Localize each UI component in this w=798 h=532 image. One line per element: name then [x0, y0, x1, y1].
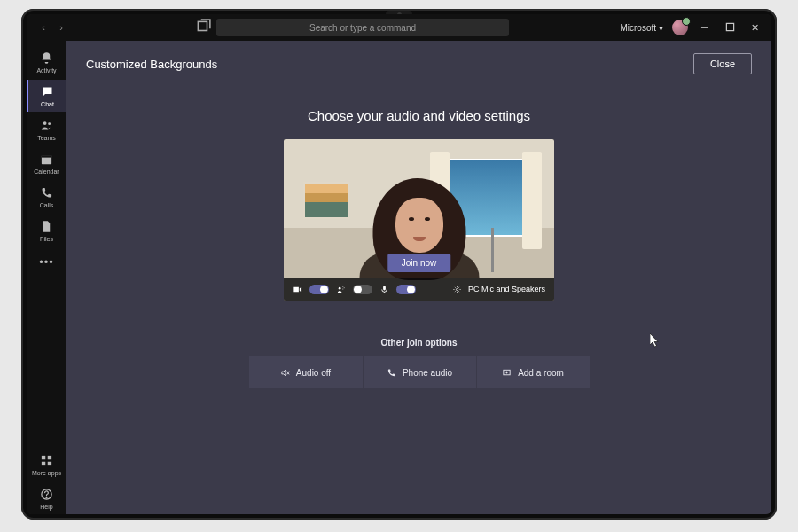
- camera-icon: [293, 285, 302, 294]
- svg-point-14: [456, 288, 458, 290]
- other-options-label: Other join options: [380, 338, 457, 348]
- rail-files[interactable]: Files: [27, 215, 66, 246]
- chevron-down-icon: ▾: [659, 23, 663, 33]
- svg-rect-5: [42, 155, 51, 158]
- new-window-icon[interactable]: [195, 19, 211, 36]
- rail-more-apps[interactable]: More apps: [27, 449, 66, 481]
- other-options-row: Audio off Phone audio Add a room: [249, 356, 590, 388]
- nav-back-icon[interactable]: ‹: [35, 22, 51, 33]
- curtain-prop: [522, 152, 542, 249]
- audio-off-button[interactable]: Audio off: [249, 356, 363, 388]
- rail-label: Calls: [40, 202, 54, 208]
- settings-heading: Choose your audio and video settings: [308, 108, 530, 123]
- search-input[interactable]: Search or type a command: [216, 19, 509, 36]
- teams-icon: [40, 119, 53, 132]
- audio-off-icon: [280, 368, 290, 378]
- svg-rect-6: [42, 456, 45, 459]
- ellipsis-icon: •••: [39, 255, 54, 269]
- phone-audio-button[interactable]: Phone audio: [363, 356, 476, 388]
- maximize-icon[interactable]: [722, 22, 738, 34]
- calendar-icon: [40, 153, 53, 166]
- svg-point-2: [43, 121, 47, 125]
- svg-rect-13: [383, 286, 386, 290]
- svg-rect-7: [48, 456, 51, 459]
- rail-label: Calendar: [34, 168, 59, 175]
- device-selector[interactable]: PC Mic and Speakers: [468, 285, 545, 293]
- preview-controls: PC Mic and Speakers: [284, 278, 554, 301]
- org-label: Microsoft: [620, 23, 656, 33]
- video-preview: Join now PC Mic and Speakers: [284, 139, 554, 301]
- rail-label: More apps: [32, 470, 61, 476]
- mic-icon: [379, 285, 389, 294]
- avatar[interactable]: [672, 20, 688, 35]
- apps-icon: [40, 454, 53, 467]
- rail-label: Activity: [36, 67, 56, 74]
- mic-toggle[interactable]: [396, 285, 416, 294]
- svg-rect-0: [198, 21, 207, 30]
- rail-activity[interactable]: Activity: [27, 46, 66, 78]
- rail-calls[interactable]: Calls: [27, 181, 66, 213]
- chat-icon: [41, 85, 54, 98]
- painting-prop: [303, 182, 349, 219]
- rail-help[interactable]: Help: [27, 482, 66, 514]
- join-now-button[interactable]: Join now: [387, 254, 450, 272]
- rail-chat[interactable]: Chat: [27, 80, 66, 112]
- panel-content: Choose your audio and video settings: [66, 83, 771, 514]
- svg-point-12: [339, 286, 341, 289]
- prejoin-panel: Customized Backgrounds Close Choose your…: [66, 41, 771, 514]
- option-label: Add a room: [518, 368, 564, 378]
- close-window-icon[interactable]: ✕: [747, 22, 763, 34]
- panel-header: Customized Backgrounds Close: [66, 41, 771, 83]
- rail-label: Files: [40, 236, 53, 242]
- rail-label: Help: [40, 504, 52, 510]
- rail-calendar[interactable]: Calendar: [27, 147, 66, 179]
- panel-title: Customized Backgrounds: [86, 58, 217, 71]
- phone-icon: [387, 368, 396, 378]
- rail-more-dots[interactable]: •••: [27, 248, 66, 276]
- svg-point-3: [48, 122, 51, 125]
- app-window: ‹ › Search or type a command Microsoft ▾…: [27, 14, 771, 514]
- help-icon: [40, 488, 53, 501]
- org-switcher[interactable]: Microsoft ▾: [620, 23, 663, 33]
- file-icon: [40, 220, 53, 233]
- rail-teams[interactable]: Teams: [27, 113, 66, 145]
- camera-toggle[interactable]: [309, 285, 329, 294]
- add-room-icon: [502, 368, 512, 378]
- nav-forward-icon[interactable]: ›: [53, 22, 69, 33]
- phone-icon: [40, 186, 53, 200]
- app-rail: Activity Chat Teams Calendar Calls: [27, 41, 66, 514]
- svg-rect-9: [48, 462, 51, 466]
- option-label: Phone audio: [403, 368, 452, 378]
- background-effects-icon: [336, 285, 346, 294]
- gear-icon: [453, 286, 461, 293]
- rail-label: Teams: [37, 135, 56, 141]
- close-button[interactable]: Close: [693, 53, 752, 74]
- add-room-button[interactable]: Add a room: [476, 356, 590, 388]
- svg-point-11: [46, 497, 47, 498]
- option-label: Audio off: [296, 368, 331, 378]
- minimize-icon[interactable]: ─: [697, 22, 713, 33]
- titlebar: ‹ › Search or type a command Microsoft ▾…: [27, 14, 771, 41]
- bell-icon: [40, 51, 53, 65]
- tablet-frame: ‹ › Search or type a command Microsoft ▾…: [21, 9, 777, 520]
- rail-label: Chat: [41, 101, 54, 107]
- lamp-prop: [491, 228, 494, 272]
- search-placeholder: Search or type a command: [309, 23, 416, 33]
- nav-arrows: ‹ ›: [35, 22, 69, 33]
- svg-rect-8: [42, 462, 45, 466]
- background-toggle[interactable]: [353, 285, 372, 294]
- svg-rect-1: [726, 23, 733, 30]
